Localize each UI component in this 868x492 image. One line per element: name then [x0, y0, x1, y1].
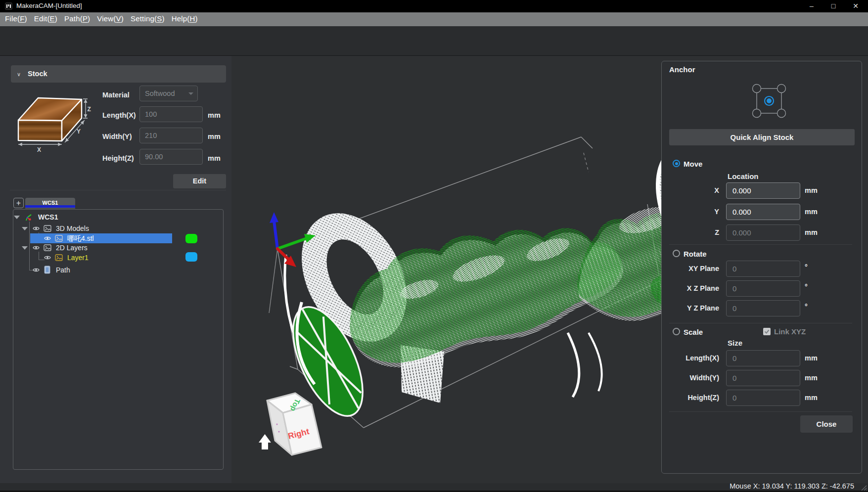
anchor-corner-tl[interactable]: [753, 85, 761, 93]
size-length-label: Length(X): [680, 354, 719, 362]
resize-grip-icon[interactable]: [860, 484, 867, 491]
visibility-eye-icon[interactable]: [33, 225, 40, 232]
menu-f[interactable]: File(F): [1, 12, 31, 23]
collapse-chevron-icon: ∨: [17, 66, 21, 83]
rotate-radio[interactable]: [673, 250, 680, 257]
xz-plane-input[interactable]: 0: [726, 280, 800, 297]
size-label: Size: [728, 339, 742, 347]
stock-axis-x: X: [37, 146, 41, 153]
anchor-panel: Anchor Quick Align Stock Move Location X…: [661, 61, 862, 474]
stock-section-header[interactable]: ∨Stock: [11, 65, 226, 83]
y-input[interactable]: 0.000: [726, 204, 800, 220]
anchor-corner-bl[interactable]: [753, 109, 761, 118]
yz-plane-unit: °: [805, 303, 808, 311]
title-bar: MakeraCAM-[Untitled] – □ ✕: [0, 0, 868, 12]
dropdown-caret-icon: [188, 92, 193, 95]
yz-plane-input[interactable]: 0: [726, 300, 800, 316]
anchor-panel-title: Anchor: [669, 65, 695, 74]
model-group-icon: [44, 224, 51, 232]
visibility-eye-icon[interactable]: [33, 267, 40, 273]
x-input[interactable]: 0.000: [726, 182, 800, 199]
height-unit: mm: [208, 154, 221, 162]
tree-item-2d-layers[interactable]: 2D Layers: [22, 243, 210, 253]
stock-axis-y: Y: [77, 128, 81, 135]
quick-align-stock-button[interactable]: Quick Align Stock: [669, 129, 855, 145]
scale-radio[interactable]: [673, 328, 680, 335]
model-file-icon: [55, 234, 63, 242]
stock-preview-image: Z Y X: [15, 87, 94, 164]
z-label: Z: [680, 228, 719, 236]
stock-axis-z: Z: [88, 106, 91, 113]
move-radio[interactable]: [673, 160, 680, 167]
edit-button[interactable]: Edit: [173, 174, 226, 188]
tree-item-wcs1[interactable]: WCS1: [14, 213, 202, 223]
y-label: Y: [680, 208, 719, 216]
tree-item-3d-models[interactable]: 3D Models: [22, 224, 210, 234]
minimize-button[interactable]: –: [804, 0, 819, 12]
tree-item-path[interactable]: Path: [22, 266, 210, 275]
width-unit: mm: [208, 133, 221, 140]
size-width-input[interactable]: 0: [726, 370, 800, 386]
close-panel-button[interactable]: Close: [800, 415, 853, 433]
anchor-corner-br[interactable]: [777, 109, 786, 118]
length-label: Length(X): [102, 111, 136, 119]
layer-color-swatch[interactable]: [185, 252, 197, 262]
toolbar: [0, 26, 868, 56]
width-input[interactable]: 210: [139, 128, 203, 143]
material-label: Material: [102, 91, 130, 99]
layers-group-icon: [44, 244, 51, 252]
visibility-eye-icon[interactable]: [33, 244, 40, 251]
width-label: Width(Y): [102, 133, 132, 140]
divider: [10, 190, 226, 190]
close-button[interactable]: ✕: [848, 0, 863, 12]
home-view-arrow[interactable]: [259, 434, 271, 449]
expand-arrow-icon[interactable]: [22, 246, 28, 250]
app-logo-icon: [5, 2, 12, 10]
scale-label: Scale: [684, 328, 703, 336]
location-label: Location: [728, 172, 759, 180]
size-width-label: Width(Y): [680, 374, 719, 382]
path-icon: [44, 266, 51, 274]
anchor-corner-tr[interactable]: [777, 85, 786, 93]
expand-arrow-icon[interactable]: [22, 227, 28, 230]
size-height-unit: mm: [805, 394, 818, 402]
length-unit: mm: [208, 111, 221, 119]
height-label: Height(Z): [102, 154, 134, 162]
anchor-point-selector[interactable]: [748, 80, 790, 122]
move-label: Move: [684, 160, 702, 168]
menu-bar: File(F)Edit(E)Path(P)View(V)Setting(S)He…: [0, 12, 868, 26]
visibility-eye-icon[interactable]: [44, 235, 51, 242]
menu-e[interactable]: Edit(E): [31, 12, 61, 23]
height-input[interactable]: 90.00: [139, 149, 203, 165]
menu-s[interactable]: Setting(S): [127, 12, 168, 23]
menu-p[interactable]: Path(P): [61, 12, 93, 23]
view-cube[interactable]: Top Right: [267, 393, 321, 455]
status-bar: Mouse X: 19.034 Y: 119.303 Z: -42.675: [0, 483, 868, 491]
maximize-button[interactable]: □: [826, 0, 841, 12]
mouse-coordinates: Mouse X: 19.034 Y: 119.303 Z: -42.675: [730, 482, 854, 490]
yz-plane-label: Y Z Plane: [680, 304, 719, 312]
menu-h[interactable]: Help(H): [168, 12, 201, 23]
xy-plane-input[interactable]: 0: [726, 261, 800, 277]
tree-item-model[interactable]: 哪吒4.stl: [44, 234, 232, 244]
tree-item-layer1[interactable]: Layer1: [44, 253, 232, 263]
length-input[interactable]: 100: [139, 106, 203, 122]
wcs-axis-icon: [25, 213, 33, 222]
z-input[interactable]: 0.000: [726, 224, 800, 241]
window-title: MakeraCAM-[Untitled]: [16, 2, 82, 9]
visibility-eye-icon[interactable]: [44, 254, 51, 261]
rotate-label: Rotate: [684, 250, 707, 258]
link-xyz-checkbox[interactable]: [763, 328, 771, 335]
material-select[interactable]: Softwood: [139, 86, 198, 101]
add-wcs-tab-button[interactable]: +: [13, 198, 24, 208]
model-color-swatch[interactable]: [185, 234, 197, 243]
size-length-input[interactable]: 0: [726, 350, 800, 366]
size-height-input[interactable]: 0: [726, 390, 800, 406]
link-xyz-label: Link XYZ: [774, 327, 806, 336]
menu-v[interactable]: View(V): [93, 12, 127, 23]
xy-plane-label: XY Plane: [680, 265, 719, 272]
tab-active-indicator: [25, 205, 75, 208]
y-unit: mm: [805, 208, 818, 216]
expand-arrow-icon[interactable]: [14, 216, 20, 219]
x-unit: mm: [805, 186, 818, 194]
